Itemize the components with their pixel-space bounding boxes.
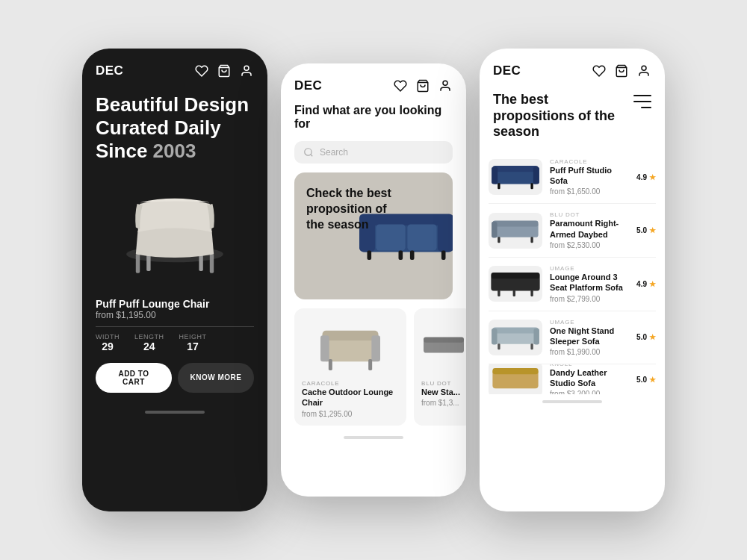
phone-right: DEC The best propositions of the season [480,49,665,511]
list-img-5 [489,364,542,394]
find-text: Find what are you looking for [281,101,466,137]
logo-middle: DEC [294,78,322,93]
logo-right: DEC [493,63,521,78]
svg-rect-17 [441,250,446,260]
menu-icon[interactable] [633,95,651,108]
svg-rect-32 [492,167,498,184]
card-price-1: from $1,295.00 [302,410,399,418]
know-more-button[interactable]: KNOW MORE [178,363,254,393]
svg-point-29 [642,66,646,70]
phone-dark-header: DEC [82,49,267,86]
list-img-3 [489,266,542,302]
chair-image-dark [100,171,249,290]
svg-rect-47 [492,327,538,333]
list-item[interactable]: UMAGE Lounge Around 3 Seat Platform Sofa… [489,258,656,311]
list-item[interactable]: KNOLL Dandy Leather Studio Sofa from $3,… [489,364,656,394]
svg-rect-37 [492,220,538,226]
svg-rect-49 [533,329,539,345]
product-list: CARACOLE Puff Puff Studio Sofa from $1,6… [480,151,665,394]
list-item[interactable]: UMAGE One Night Stand Sleeper Sofa from … [489,311,656,365]
add-to-cart-button[interactable]: ADD TO CART [96,363,172,393]
dark-content: Beautiful Design Curated Daily Since 200… [82,86,267,400]
svg-rect-23 [371,335,380,361]
promo-text: Check the best proposition of the season [306,186,403,232]
list-item[interactable]: CARACOLE Puff Puff Studio Sofa from $1,6… [489,151,656,205]
svg-rect-31 [492,166,538,172]
phone-dark: DEC Beautiful Design Curated Daily Since… [82,49,267,511]
products-row: CARACOLE Cache Outdoor Lounge Chair from… [281,308,466,426]
dimensions: WIDTH 29 LENGTH 24 HEIGHT 17 [96,333,254,352]
svg-rect-25 [368,359,372,370]
list-rating-4: 5.0 ★ [636,333,656,341]
svg-rect-43 [498,290,500,296]
section-title: The best propositions of the season [493,92,620,140]
svg-rect-3 [136,254,140,273]
svg-rect-39 [498,237,500,243]
phone-right-header: DEC [480,49,665,86]
svg-rect-18 [399,250,403,260]
svg-rect-45 [513,290,515,296]
home-bar-right [542,400,602,403]
logo-dark: DEC [96,63,123,78]
svg-rect-42 [491,273,539,279]
hero-text: Beautiful Design Curated Daily Since 200… [96,93,254,164]
search-bar[interactable]: Search [294,141,453,164]
list-info-3: UMAGE Lounge Around 3 Seat Platform Sofa… [550,265,629,303]
dim-width: WIDTH 29 [96,333,120,352]
cart-icon-mid[interactable] [415,78,430,93]
list-info-5: KNOLL Dandy Leather Studio Sofa from $3,… [550,364,629,394]
search-placeholder: Search [320,147,348,158]
cart-icon-right[interactable] [614,63,629,78]
svg-rect-15 [407,224,436,250]
profile-icon-right[interactable] [636,63,651,78]
card-name-1: Cache Outdoor Lounge Chair [302,387,399,408]
phone-middle-header: DEC [281,63,466,101]
list-item[interactable]: BLU DOT Paramount Right-Armed Daybed fro… [489,204,656,258]
product-card-1[interactable]: CARACOLE Cache Outdoor Lounge Chair from… [294,308,406,426]
svg-point-1 [244,66,249,70]
list-rating-2: 5.0 ★ [636,226,656,234]
svg-rect-24 [329,359,332,370]
list-rating-3: 4.9 ★ [636,280,656,288]
phones-container: DEC Beautiful Design Curated Daily Since… [67,34,680,526]
wishlist-icon-right[interactable] [592,63,607,78]
header-icons-right [592,63,651,78]
product-price-dark: from $1,195.00 [96,310,254,320]
card-name-2: New Sta... [421,387,466,397]
divider-dark [96,326,254,327]
profile-icon-mid[interactable] [438,78,453,93]
product-card-img-2 [421,316,466,376]
list-rating-5: 5.0 ★ [636,376,656,384]
cart-icon[interactable] [217,63,232,78]
home-bar-middle [344,436,403,439]
card-brand-2: BLU DOT [421,380,466,387]
list-rating-1: 4.9 ★ [636,173,656,181]
svg-rect-19 [410,250,415,260]
svg-rect-4 [210,254,214,273]
list-img-4 [489,320,542,355]
dim-length: LENGTH 24 [134,333,164,352]
card-brand-1: CARACOLE [302,380,399,387]
promo-banner[interactable]: Check the best proposition of the season [294,172,453,299]
list-img-2 [489,213,542,249]
svg-rect-44 [530,290,533,296]
search-icon-mid [303,147,314,158]
svg-rect-53 [492,368,538,374]
list-img-1 [489,159,542,195]
action-buttons: ADD TO CART KNOW MORE [96,363,254,393]
product-card-img-1 [302,316,399,376]
svg-rect-34 [498,183,500,189]
svg-rect-21 [323,330,379,340]
wishlist-icon[interactable] [194,63,209,78]
svg-rect-33 [533,167,539,184]
profile-icon[interactable] [239,63,254,78]
header-icons-middle [393,78,453,93]
product-card-2[interactable]: BLU DOT New Sta... from $1,3... [414,308,466,426]
svg-rect-50 [498,343,500,349]
wishlist-icon-mid[interactable] [393,78,408,93]
svg-rect-51 [530,343,533,349]
svg-rect-27 [424,337,464,342]
svg-rect-48 [492,329,497,345]
product-name-dark: Puff Puff Lounge Chair [96,298,254,310]
header-icons-dark [194,63,254,78]
